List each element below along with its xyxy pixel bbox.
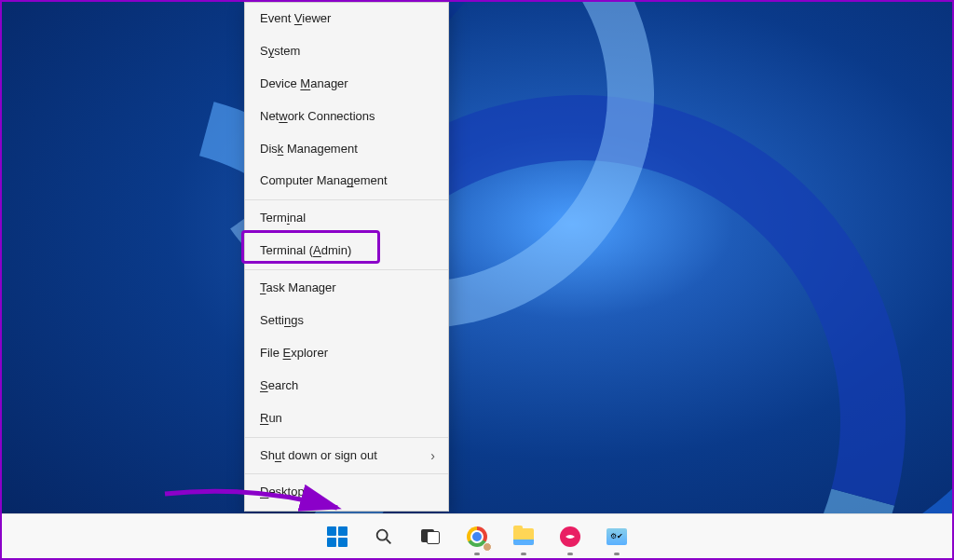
running-indicator-icon (474, 553, 480, 555)
control-panel-icon: ⚙✔ (606, 528, 627, 545)
menu-search[interactable]: Search (245, 370, 448, 403)
menu-shutdown-signout[interactable]: Shut down or sign out (245, 440, 448, 472)
menu-desktop[interactable]: Desktop (245, 476, 448, 509)
menu-device-manager[interactable]: Device Manager (245, 68, 448, 101)
menu-separator (245, 473, 448, 474)
lips-icon (560, 526, 580, 547)
menu-run[interactable]: Run (245, 403, 448, 435)
menu-terminal[interactable]: Terminal (245, 202, 448, 235)
svg-point-0 (377, 529, 388, 540)
menu-separator (245, 437, 448, 438)
running-indicator-icon (521, 553, 526, 555)
taskbar-app-red[interactable] (552, 518, 589, 555)
taskbar-app-explorer[interactable] (505, 518, 542, 555)
running-indicator-icon (614, 553, 620, 555)
search-icon (374, 526, 394, 547)
menu-system[interactable]: System (245, 35, 448, 68)
running-indicator-icon (567, 553, 573, 555)
folder-icon (513, 528, 534, 545)
svg-line-1 (387, 539, 391, 543)
menu-separator (245, 199, 448, 200)
search-button[interactable] (365, 518, 402, 555)
menu-settings[interactable]: Settings (245, 305, 448, 337)
menu-terminal-admin[interactable]: Terminal (Admin) (245, 235, 448, 267)
desktop-wallpaper: Event Viewer System Device Manager Netwo… (2, 2, 952, 558)
taskbar-app-chrome[interactable] (458, 518, 496, 555)
menu-network-connections[interactable]: Network Connections (245, 101, 448, 133)
task-view-icon (421, 529, 440, 544)
task-view-button[interactable] (412, 518, 449, 555)
start-button[interactable] (319, 518, 356, 555)
menu-separator (245, 269, 448, 270)
menu-computer-management[interactable]: Computer Management (245, 165, 448, 198)
taskbar-app-control-panel[interactable]: ⚙✔ (598, 518, 635, 555)
menu-task-manager[interactable]: Task Manager (245, 272, 448, 305)
menu-disk-management[interactable]: Disk Management (245, 133, 448, 166)
taskbar: ⚙✔ (2, 513, 952, 558)
windows-logo-icon (327, 526, 348, 547)
winx-context-menu: Event Viewer System Device Manager Netwo… (244, 2, 449, 512)
profile-badge-icon (483, 542, 492, 552)
menu-event-viewer[interactable]: Event Viewer (245, 3, 448, 35)
menu-file-explorer[interactable]: File Explorer (245, 337, 448, 370)
